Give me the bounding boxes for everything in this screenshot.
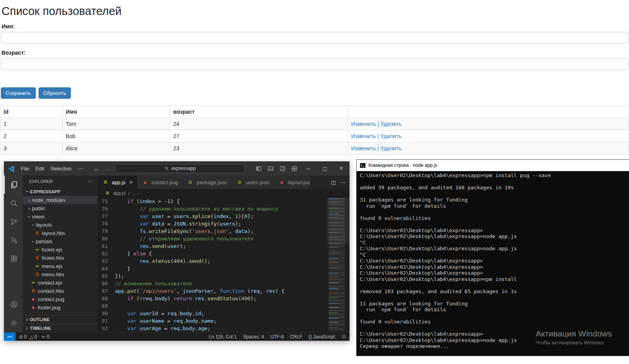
- table-row: 3Alice23Изменить | Удалить: [0, 142, 629, 155]
- menu-⋯[interactable]: ⋯: [75, 166, 86, 172]
- search-icon: [164, 166, 169, 171]
- tab-users.json[interactable]: {}users.json: [232, 176, 274, 189]
- tree-item-label: layouts: [36, 222, 52, 228]
- tab-package.json[interactable]: {}package.json: [183, 176, 232, 189]
- code-text: if (index > -1) {: [115, 198, 179, 205]
- eol-sequence[interactable]: CRLF: [287, 334, 305, 340]
- tree-item-label: footer.hbs: [42, 255, 64, 261]
- account-icon[interactable]: [4, 295, 23, 314]
- hbs-file-icon: {{: [34, 231, 40, 235]
- language-mode[interactable]: {} JavaScript: [305, 334, 338, 340]
- tab-app.js[interactable]: JSapp.js×: [98, 176, 137, 189]
- code-text: // отправляем удаленного пользователя: [115, 235, 253, 242]
- vscode-titlebar[interactable]: FileEditSelection⋯ ← → expressapp: [4, 161, 350, 176]
- indentation[interactable]: Spaces: 4: [240, 334, 267, 340]
- code-line: 80 // отправляем удаленного пользователя: [98, 235, 350, 242]
- menu-edit[interactable]: Edit: [32, 166, 47, 172]
- delete-link[interactable]: Удалить: [381, 145, 401, 152]
- problems-indicator[interactable]: ⊘ 0 △ 0: [17, 333, 39, 341]
- save-button[interactable]: Сохранить: [1, 87, 36, 99]
- folder-views[interactable]: ›views: [23, 212, 98, 221]
- extensions-icon[interactable]: [4, 249, 23, 268]
- more-actions-icon[interactable]: ⋯: [340, 179, 346, 185]
- braces-icon: {}: [309, 334, 312, 340]
- code-editor[interactable]: 75 if (index > -1) {76 // удаляем пользо…: [98, 198, 350, 332]
- explorer-icon[interactable]: [4, 176, 23, 194]
- folder-node_modules[interactable]: ›node_modules: [23, 196, 98, 204]
- toggle-panel-icon[interactable]: [265, 166, 276, 172]
- menu-selection[interactable]: Selection: [47, 166, 74, 172]
- delete-link[interactable]: Удалить: [381, 121, 401, 127]
- tab-layout.pug[interactable]: ●layout.pug: [274, 176, 310, 189]
- users-table-body: 1Tom24Изменить | Удалить2Bob27Изменить |…: [0, 118, 629, 155]
- edit-link[interactable]: Изменить: [351, 145, 376, 152]
- name-input[interactable]: [1, 32, 628, 44]
- minimap[interactable]: [327, 198, 350, 332]
- file-menu.hbs[interactable]: {{menu.hbs: [23, 270, 98, 279]
- notifications-bell-icon[interactable]: [338, 334, 350, 339]
- chevron-right-icon: ›: [26, 198, 32, 203]
- table-row: 2Bob27Изменить | Удалить: [0, 130, 629, 142]
- close-tab-icon[interactable]: ×: [130, 179, 133, 185]
- toggle-secondary-sidebar-icon[interactable]: [276, 166, 288, 172]
- json-file-icon: {}: [187, 181, 193, 184]
- workspace-name: EXPRESSAPP: [30, 189, 61, 194]
- settings-gear-icon[interactable]: [4, 314, 23, 332]
- customize-layout-icon[interactable]: [288, 166, 300, 172]
- explorer-more-icon[interactable]: ⋯: [88, 179, 92, 184]
- minimize-button[interactable]: ─: [300, 161, 316, 176]
- outline-section-header[interactable]: › OUTLINE: [23, 315, 98, 323]
- forward-arrow-icon[interactable]: →: [104, 165, 110, 172]
- terminal-line: found 0 vulnerabilities: [360, 215, 628, 222]
- breadcrumb-file: app.js: [113, 190, 126, 196]
- edit-link[interactable]: Изменить: [351, 121, 376, 127]
- cmd-titlebar[interactable]: Командная строка - node app.js: [357, 160, 629, 171]
- file-contact.ejs[interactable]: <>contact.ejs: [23, 279, 98, 287]
- terminal-line: 11 packages are looking for funding: [360, 301, 628, 307]
- folder-partials[interactable]: ›partials: [23, 237, 98, 246]
- reset-button[interactable]: Сбросить: [39, 87, 71, 99]
- split-editor-icon[interactable]: ◫: [331, 179, 336, 185]
- file-layout.hbs[interactable]: {{layout.hbs: [23, 229, 98, 237]
- code-text: // изменение пользователя: [115, 280, 192, 287]
- code-line: 78 var data = JSON.stringify(users);: [98, 220, 350, 227]
- folder-public[interactable]: ›public: [23, 204, 98, 212]
- terminal-line: C:\Users\User02\Desktop\lab4\expressapp>…: [360, 276, 628, 283]
- menu-file[interactable]: File: [18, 166, 32, 172]
- file-footer.ejs[interactable]: <>footer.ejs: [23, 246, 98, 254]
- workspace-section-header[interactable]: › EXPRESSAPP: [23, 187, 98, 196]
- file-menu.ejs[interactable]: <>menu.ejs: [23, 262, 98, 270]
- code-text: var userId = req.body.id;: [115, 310, 204, 317]
- age-input[interactable]: [1, 58, 628, 70]
- file-footer.hbs[interactable]: {{footer.hbs: [23, 254, 98, 262]
- remote-indicator[interactable]: ><: [4, 333, 15, 341]
- toggle-sidebar-icon[interactable]: [253, 166, 265, 172]
- breadcrumb[interactable]: JS app.js › ...: [98, 189, 350, 198]
- close-button[interactable]: ×: [333, 161, 350, 176]
- timeline-section-header[interactable]: › TIMELINE: [23, 323, 98, 332]
- timeline-label: TIMELINE: [30, 326, 51, 331]
- file-contact.pug[interactable]: ●contact.pug: [23, 295, 98, 303]
- terminal-output[interactable]: C:\Users\User02\Desktop\lab4\expressapp>…: [357, 171, 629, 351]
- error-icon: ⊘: [19, 334, 23, 340]
- edit-link[interactable]: Изменить: [351, 133, 376, 139]
- run-debug-icon[interactable]: [4, 231, 23, 249]
- tab-contact.pug[interactable]: ●contact.pug: [137, 176, 183, 189]
- encoding[interactable]: UTF-8: [267, 334, 287, 340]
- delete-link[interactable]: Удалить: [381, 133, 401, 139]
- terminal-line: ^C: [360, 240, 628, 246]
- search-sidebar-icon[interactable]: [4, 194, 23, 212]
- column-header: Имя: [63, 106, 170, 118]
- terminal-line: [360, 191, 628, 197]
- source-control-icon[interactable]: [4, 212, 23, 231]
- ports-indicator[interactable]: 0: [39, 333, 52, 341]
- cmd-icon: [360, 163, 366, 168]
- back-arrow-icon[interactable]: ←: [94, 165, 100, 172]
- maximize-button[interactable]: ▢: [316, 161, 333, 176]
- terminal-line: C:\Users\User02\Desktop\lab4\expressapp>: [360, 331, 628, 337]
- folder-layouts[interactable]: ›layouts: [23, 221, 98, 229]
- command-center-search[interactable]: expressapp: [115, 164, 245, 173]
- file-footer.pug[interactable]: ●footer.pug: [23, 303, 98, 312]
- file-contact.hbs[interactable]: {{contact.hbs: [23, 287, 98, 295]
- cursor-position[interactable]: Ln 118, Col 1: [206, 334, 240, 340]
